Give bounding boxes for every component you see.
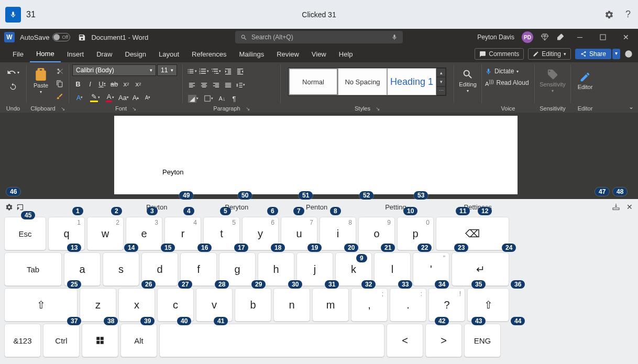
style-normal[interactable]: Normal	[289, 68, 338, 95]
close-button[interactable]: ✕	[618, 29, 634, 45]
settings-icon[interactable]	[604, 10, 614, 19]
diamond-icon[interactable]	[541, 33, 549, 41]
style-heading-1[interactable]: Heading 1	[387, 68, 436, 95]
bullets-button[interactable]: ▾	[186, 65, 197, 77]
font-size-select[interactable]: 11▾	[157, 64, 177, 76]
align-center-button[interactable]	[198, 79, 210, 91]
collapse-ribbon[interactable]: ⌄	[629, 103, 634, 111]
bold-button[interactable]: B	[72, 78, 84, 90]
repeat-button[interactable]	[7, 81, 19, 93]
key-Ctrl[interactable]: Ctrl	[43, 324, 80, 357]
shrink-font-button[interactable]: A▾	[142, 92, 153, 103]
strikethrough-button[interactable]: ab	[108, 78, 120, 90]
comments-button[interactable]: Comments	[475, 48, 524, 60]
tab-home[interactable]: Home	[30, 46, 61, 62]
font-name-select[interactable]: Calibri (Body)▾	[72, 64, 156, 76]
shading-button[interactable]: ◢▾	[186, 93, 201, 104]
key-s[interactable]: s	[103, 252, 139, 286]
tab-references[interactable]: References	[185, 46, 233, 62]
tab-view[interactable]: View	[305, 46, 333, 62]
key->[interactable]: >	[425, 324, 462, 357]
format-painter-button[interactable]	[54, 91, 65, 102]
style-no-spacing[interactable]: No Spacing	[338, 68, 387, 95]
styles-gallery[interactable]: Normal No Spacing Heading 1 ▴ ▾ ⋯	[288, 68, 446, 96]
editing-mode-button[interactable]: Editing ▾	[528, 48, 571, 60]
key-Alt[interactable]: Alt	[120, 324, 157, 357]
key-&123[interactable]: &123	[4, 324, 41, 357]
key-v[interactable]: v	[196, 288, 233, 322]
osk-close-icon[interactable]: ✕	[626, 203, 633, 211]
key-⌫[interactable]: ⌫	[436, 217, 509, 250]
share-dropdown[interactable]: ▾	[612, 49, 620, 59]
borders-button[interactable]: ▾	[201, 93, 216, 104]
read-aloud-button[interactable]: A))) Read Aloud	[485, 79, 529, 87]
maximize-button[interactable]	[595, 29, 611, 45]
paste-button[interactable]: Paste ▾	[30, 64, 52, 97]
underline-button[interactable]: U▾	[96, 78, 108, 90]
sensitivity-button[interactable]: Sensitivity ▾	[541, 64, 565, 97]
show-marks-button[interactable]: ¶	[228, 93, 240, 104]
change-case-button[interactable]: Aa▾	[118, 92, 129, 103]
key-<[interactable]: <	[387, 324, 423, 357]
tab-review[interactable]: Review	[270, 46, 305, 62]
present-icon[interactable]	[624, 50, 633, 58]
paragraph-launcher[interactable]: ↘	[246, 106, 250, 112]
multilevel-button[interactable]: ▾	[210, 65, 222, 77]
decrease-indent-button[interactable]	[222, 65, 234, 77]
editing-find-button[interactable]: Editing ▾	[457, 64, 478, 97]
key-Esc[interactable]: Esc	[4, 217, 46, 250]
key-⇧[interactable]: ⇧	[4, 288, 78, 322]
numbering-button[interactable]: ▾	[198, 65, 210, 77]
key-c[interactable]: c	[157, 288, 194, 322]
save-button[interactable]	[78, 33, 86, 41]
tab-help[interactable]: Help	[333, 46, 359, 62]
styles-launcher[interactable]: ↘	[376, 106, 380, 112]
subscript-button[interactable]: x2	[120, 78, 132, 90]
key-?[interactable]: ?!	[428, 288, 465, 322]
autosave-toggle[interactable]: AutoSave Off	[20, 33, 70, 41]
eraser-icon[interactable]	[556, 33, 565, 41]
editor-button[interactable]: Editor	[574, 64, 596, 97]
italic-button[interactable]: I	[84, 78, 96, 90]
share-button[interactable]: Share	[575, 49, 611, 59]
toggle-switch[interactable]: Off	[52, 33, 70, 41]
gallery-more[interactable]: ⋯	[436, 86, 446, 95]
mic-button[interactable]	[5, 7, 21, 23]
sort-button[interactable]: A↓	[216, 93, 228, 104]
font-launcher[interactable]: ↘	[132, 106, 136, 112]
highlight-button[interactable]: ✎▾	[87, 92, 102, 103]
gallery-down[interactable]: ▾	[436, 77, 446, 86]
key-Tab[interactable]: Tab	[4, 252, 62, 286]
document-page[interactable]: Peyton	[114, 116, 518, 194]
tab-draw[interactable]: Draw	[90, 46, 118, 62]
font-color-button[interactable]: A▾	[103, 92, 117, 103]
tab-insert[interactable]: Insert	[61, 46, 91, 62]
clipboard-launcher[interactable]: ↘	[61, 106, 65, 112]
cut-button[interactable]	[54, 65, 65, 77]
text-effects-button[interactable]: A▾	[72, 92, 87, 103]
tab-design[interactable]: Design	[119, 46, 152, 62]
line-spacing-button[interactable]: ▾	[234, 79, 246, 91]
osk-dock-icon[interactable]	[612, 203, 620, 211]
key-space[interactable]	[159, 324, 384, 357]
align-right-button[interactable]	[210, 79, 222, 91]
dictate-button[interactable]: Dictate ▾	[485, 68, 519, 75]
key-n[interactable]: n	[273, 288, 310, 322]
undo-button[interactable]: ▾	[4, 67, 22, 78]
key-ENG[interactable]: ENG	[464, 324, 501, 357]
grow-font-button[interactable]: A▴	[130, 92, 141, 103]
help-icon[interactable]: ?	[623, 10, 633, 19]
justify-button[interactable]	[222, 79, 234, 91]
minimize-button[interactable]: ─	[572, 29, 588, 45]
osk-undock-icon[interactable]	[16, 203, 24, 211]
avatar[interactable]: PD	[522, 31, 533, 43]
key-,[interactable]: ,;	[351, 288, 388, 322]
tab-layout[interactable]: Layout	[152, 46, 185, 62]
suggestion-item[interactable]: Penton	[306, 203, 327, 211]
tab-file[interactable]: File	[6, 46, 30, 62]
increase-indent-button[interactable]	[234, 65, 246, 77]
key-⇧[interactable]: ⇧	[467, 288, 509, 322]
key-.[interactable]: .:	[390, 288, 426, 322]
align-left-button[interactable]	[186, 79, 197, 91]
key-⊞[interactable]	[82, 324, 118, 357]
